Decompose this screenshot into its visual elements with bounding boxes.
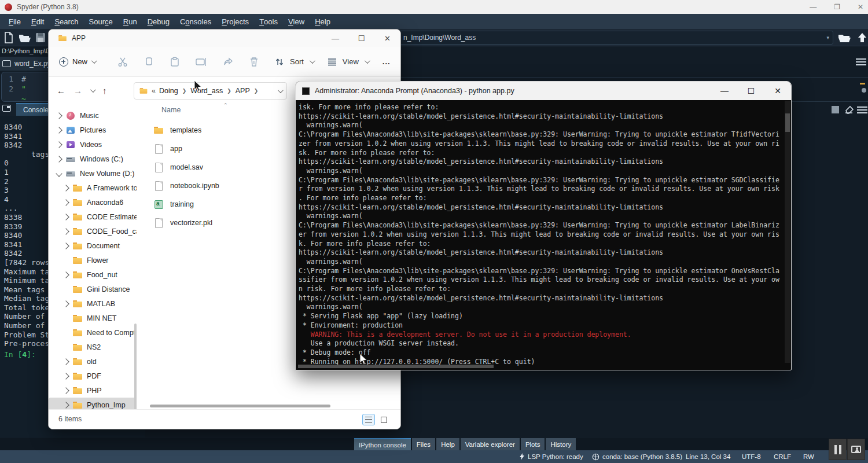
new-file-icon[interactable] [2,31,15,44]
parent-dir-icon[interactable] [856,31,868,44]
breadcrumb-overflow[interactable]: « [152,87,156,95]
expand-chevron-icon[interactable] [56,112,62,119]
expand-chevron-icon[interactable] [62,199,69,205]
breadcrumb-item[interactable]: APP [236,87,250,95]
sidebar-item[interactable]: Python_Imp [49,398,137,409]
screen-recorder-button[interactable] [847,439,865,460]
spyder-menu-item[interactable]: Tools [254,14,283,29]
new-button[interactable]: New [59,57,95,67]
pane-options-menu-icon[interactable] [856,58,866,65]
expand-chevron-icon[interactable] [56,127,62,133]
sidebar-item[interactable]: New Volume (D:) [49,166,137,181]
spyder-menu-item[interactable]: File [3,14,26,29]
spyder-minimize-button[interactable]: — [810,3,816,11]
expand-chevron-icon[interactable] [62,300,69,307]
sidebar-item[interactable]: Anaconda6 [49,195,137,210]
spyder-close-button[interactable]: ✕ [858,3,863,11]
console-menu-icon[interactable] [857,106,867,113]
copy-icon[interactable] [144,57,154,67]
back-button[interactable]: ← [57,86,65,95]
expand-chevron-icon[interactable] [62,387,69,394]
sidebar-item[interactable]: Windows (C:) [49,152,137,166]
prompt-vscrollbar[interactable] [785,101,790,363]
expand-chevron-icon[interactable] [64,287,68,292]
expand-chevron-icon[interactable] [62,185,69,191]
recent-locations-icon[interactable] [90,87,94,94]
address-bar[interactable]: « Doing❯Word_ass❯APP❯ [134,82,287,100]
sidebar-item[interactable]: CODE_Food_cal [49,224,137,238]
spyder-menu-item[interactable]: Debug [142,14,175,29]
open-folder-icon[interactable] [18,31,31,44]
sidebar-item[interactable]: Music [49,108,137,123]
sidebar-item[interactable]: Food_nut [49,267,137,282]
paste-icon[interactable] [170,57,180,67]
spyder-menu-item[interactable]: View [283,14,310,29]
spyder-menu-item[interactable]: Consoles [175,14,216,29]
sidebar-item[interactable]: PDF [49,369,137,383]
spyder-working-dir-dropdown-icon[interactable]: ▾ [826,35,829,41]
more-options-button[interactable]: ... [382,57,391,66]
explorer-close-button[interactable]: ✕ [374,30,400,47]
expand-chevron-icon[interactable] [62,358,69,365]
expand-chevron-icon[interactable] [56,170,62,177]
expand-chevron-icon[interactable] [64,316,68,321]
address-dropdown-icon[interactable] [278,87,284,93]
prompt-output[interactable]: isk. For more info please refer to:https… [296,100,790,369]
pane-tab[interactable]: Variable explorer [461,438,520,450]
expand-chevron-icon[interactable] [62,271,69,278]
sort-ascending-icon[interactable]: ⌃ [223,102,228,108]
name-column-header[interactable]: Name [161,106,181,114]
pane-tab[interactable]: IPython console [354,438,411,450]
clear-console-icon[interactable] [844,105,854,114]
prompt-hscrollbar-thumb[interactable] [298,365,494,368]
spyder-menu-item[interactable]: Search [49,14,83,29]
sidebar-item[interactable]: Videos [49,137,137,152]
prompt-titlebar[interactable]: Administrator: Anaconda Prompt (Anaconda… [296,82,791,100]
explorer-maximize-button[interactable]: ☐ [348,30,374,47]
expand-chevron-icon[interactable] [64,345,68,350]
view-button[interactable]: View [343,57,359,66]
sidebar-item[interactable]: PHP [49,383,137,398]
pane-tab[interactable]: Help [436,438,459,450]
expand-chevron-icon[interactable] [62,214,69,220]
sidebar-item[interactable]: NS2 [49,340,137,354]
breadcrumb-item[interactable]: Doing [159,87,178,95]
explorer-titlebar[interactable]: APP — ☐ ✕ [49,30,400,47]
forward-button[interactable]: → [73,86,82,95]
sidebar-item[interactable]: Flower [49,253,137,267]
pane-tab[interactable]: History [546,438,576,450]
spyder-restore-button[interactable]: ❐ [834,3,840,11]
sidebar-item[interactable]: CODE Estimate [49,210,137,224]
expand-chevron-icon[interactable] [62,228,69,234]
pause-recording-button[interactable] [829,439,847,460]
rename-icon[interactable] [196,57,207,67]
sidebar-item[interactable]: A Framework to [49,181,137,195]
sort-button[interactable]: Sort [290,57,304,66]
sidebar-item[interactable]: old [49,354,137,369]
expand-chevron-icon[interactable] [62,242,69,249]
sidebar-item[interactable]: Document [49,238,137,253]
up-button[interactable]: ↑ [102,86,107,95]
explorer-minimize-button[interactable]: — [322,30,348,47]
cut-icon[interactable] [117,57,128,67]
expand-chevron-icon[interactable] [64,330,68,335]
sidebar-item[interactable]: MATLAB [49,296,137,311]
sidebar-item[interactable]: Pictures [49,123,137,137]
expand-chevron-icon[interactable] [56,156,62,162]
expand-chevron-icon[interactable] [62,402,69,408]
save-icon[interactable] [34,31,47,44]
expand-chevron-icon[interactable] [64,258,68,263]
expand-chevron-icon[interactable] [56,141,62,148]
sidebar-item[interactable]: Gini Distance [49,282,137,296]
scrollbar-thumb[interactable] [862,88,866,93]
browse-working-dir-icon[interactable] [837,31,851,44]
spyder-menu-item[interactable]: Projects [216,14,254,29]
file-list-hscrollbar[interactable] [150,405,330,407]
delete-icon[interactable] [249,57,259,67]
spyder-working-dir-box[interactable]: n_Imp\Doing\Word_ass ▾ [347,31,833,45]
sidebar-item[interactable]: Need to Comptl [49,325,137,340]
large-icons-view-toggle[interactable] [377,414,390,425]
prompt-maximize-button[interactable]: ☐ [738,82,764,100]
spyder-menu-item[interactable]: Source [84,14,118,29]
share-icon[interactable] [223,57,234,67]
